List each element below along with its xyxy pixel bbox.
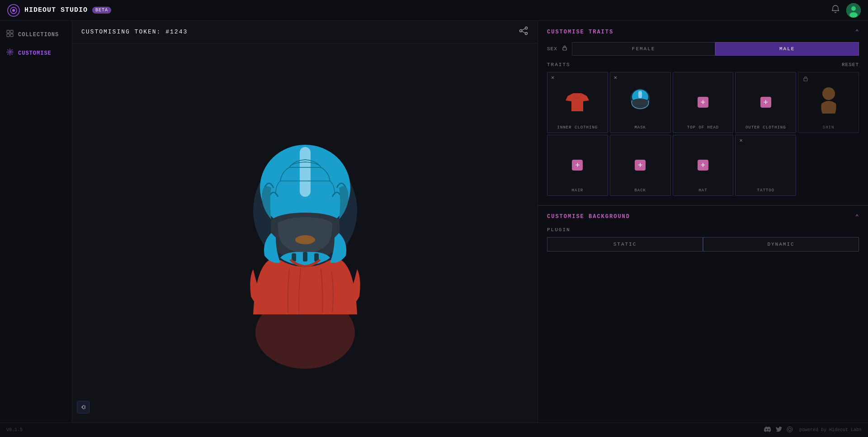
footer-version: V0.1.5: [6, 428, 23, 432]
customise-label: CUSTOMISE: [18, 50, 52, 57]
svg-line-14: [522, 28, 525, 30]
customise-bg-title: CUSTOMISE BACKGROUND: [547, 214, 630, 220]
svg-rect-29: [638, 91, 642, 98]
trait-back-add[interactable]: +: [635, 160, 646, 171]
token-title: CUSTOMISING TOKEN: #1243: [81, 28, 188, 35]
trait-hair-label: HAIR: [547, 188, 608, 193]
header-left: HIDEOUT STUDIO BETA: [7, 4, 111, 17]
sex-label: SEX: [547, 46, 557, 52]
sidebar-collapse-button[interactable]: [77, 401, 90, 413]
trait-inner-clothing[interactable]: ✕ INNER CLOTHING: [547, 72, 608, 133]
trait-hair[interactable]: + HAIR: [547, 135, 608, 196]
canvas-area: CUSTOMISING TOKEN: #1243: [72, 21, 538, 423]
traits-label: TRAITS: [547, 62, 571, 67]
svg-point-5: [849, 12, 858, 18]
brand-logo-icon: [787, 426, 793, 434]
canvas-topbar: CUSTOMISING TOKEN: #1243: [72, 21, 538, 43]
traits-header: TRAITS RESET: [547, 62, 859, 67]
footer: V0.1.5 powered: [0, 423, 868, 437]
trait-empty-slot: [798, 135, 859, 196]
traits-grid-row1: ✕ INNER CLOTHING ✕: [547, 72, 859, 133]
svg-point-13: [525, 33, 528, 35]
svg-point-32: [787, 427, 793, 432]
svg-line-15: [522, 31, 525, 33]
svg-point-33: [788, 428, 791, 431]
svg-rect-30: [804, 78, 807, 81]
lock-icon: [562, 45, 567, 52]
discord-icon[interactable]: [764, 427, 771, 434]
trait-outer-clothing[interactable]: + OUTER CLOTHING: [735, 72, 796, 133]
plugin-static-button[interactable]: STATIC: [547, 237, 703, 252]
grid-icon: [6, 30, 14, 39]
sidebar-item-customise[interactable]: CUSTOMISE: [0, 44, 72, 62]
trait-hat-label: HAT: [673, 188, 733, 193]
trait-shin-label: SHIN: [798, 125, 859, 130]
beta-badge: BETA: [92, 7, 111, 14]
sidebar-item-collections[interactable]: COLLECTIONS: [0, 25, 72, 44]
chevron-up-icon[interactable]: ⌃: [855, 28, 859, 36]
trait-top-of-head-add[interactable]: +: [698, 97, 708, 108]
traits-grid-row2: + HAIR + BACK + HAT ✕ TATTOO: [547, 135, 859, 196]
svg-rect-20: [300, 147, 311, 197]
trait-outer-clothing-label: OUTER CLOTHING: [736, 125, 796, 130]
svg-point-10: [9, 51, 11, 53]
settings-icon: [6, 48, 14, 58]
share-button[interactable]: [519, 26, 528, 38]
svg-rect-6: [7, 30, 9, 33]
app-title: HIDEOUT STUDIO: [24, 6, 88, 14]
trait-back[interactable]: + BACK: [610, 135, 671, 196]
footer-icons: [764, 426, 793, 434]
sex-female-button[interactable]: FEMALE: [572, 42, 716, 56]
character-illustration: [210, 97, 400, 369]
twitter-icon[interactable]: [776, 427, 782, 434]
trait-inner-clothing-label: INNER CLOTHING: [547, 125, 608, 130]
trait-inner-clothing-close[interactable]: ✕: [551, 75, 554, 81]
plugin-toggle: STATIC DYNAMIC: [547, 237, 859, 252]
trait-top-of-head[interactable]: + TOP OF HEAD: [673, 72, 734, 133]
main-layout: COLLECTIONS CUSTOMISE CUSTOMISING TOKEN:…: [0, 21, 868, 423]
sex-toggle: FEMALE MALE: [572, 42, 859, 56]
svg-rect-8: [7, 34, 9, 37]
plugin-label: PLUGIN: [547, 227, 859, 233]
sex-male-button[interactable]: MALE: [715, 42, 859, 56]
trait-mask-img: [622, 83, 659, 117]
avatar[interactable]: [846, 3, 861, 18]
customise-background-section: CUSTOMISE BACKGROUND ⌃ PLUGIN STATIC DYN…: [538, 205, 868, 259]
trait-outer-clothing-add[interactable]: +: [760, 97, 771, 108]
footer-right: powered by Hideout Labs: [764, 426, 862, 434]
bg-section-header: CUSTOMISE BACKGROUND ⌃: [547, 213, 859, 221]
right-panel: CUSTOMISE TRAITS ⌃ SEX FEMALE MALE: [538, 21, 868, 423]
reset-button[interactable]: RESET: [842, 62, 859, 67]
trait-mask-close[interactable]: ✕: [614, 75, 617, 81]
header-right: [831, 3, 861, 18]
sex-row: SEX FEMALE MALE: [547, 42, 859, 56]
svg-rect-25: [85, 405, 85, 409]
trait-shin-img: [810, 83, 847, 117]
svg-rect-9: [10, 34, 13, 37]
trait-hat[interactable]: + HAT: [673, 135, 734, 196]
trait-shin[interactable]: SHIN: [798, 72, 859, 133]
plugin-dynamic-button[interactable]: DYNAMIC: [703, 237, 859, 252]
logo-icon: [7, 4, 20, 17]
svg-point-31: [822, 87, 835, 100]
bg-chevron-up-icon[interactable]: ⌃: [855, 213, 859, 221]
trait-tattoo[interactable]: ✕ TATTOO: [735, 135, 796, 196]
character-viewport: [72, 43, 538, 423]
svg-rect-22: [303, 252, 307, 261]
svg-rect-26: [563, 48, 566, 50]
svg-point-12: [520, 30, 522, 32]
trait-inner-clothing-img: [559, 83, 596, 117]
trait-tattoo-label: TATTOO: [736, 188, 796, 193]
app-header: HIDEOUT STUDIO BETA: [0, 0, 868, 21]
bell-icon[interactable]: [831, 5, 840, 16]
trait-hat-add[interactable]: +: [698, 160, 708, 171]
trait-tattoo-close[interactable]: ✕: [739, 138, 742, 143]
svg-point-2: [12, 9, 15, 12]
svg-point-4: [851, 6, 856, 11]
trait-back-label: BACK: [610, 188, 670, 193]
sidebar: COLLECTIONS CUSTOMISE: [0, 21, 72, 423]
collections-label: COLLECTIONS: [18, 32, 59, 38]
trait-mask[interactable]: ✕ MASK: [610, 72, 671, 133]
powered-by-label: powered by Hideout Labs: [799, 428, 862, 432]
trait-hair-add[interactable]: +: [572, 160, 583, 171]
